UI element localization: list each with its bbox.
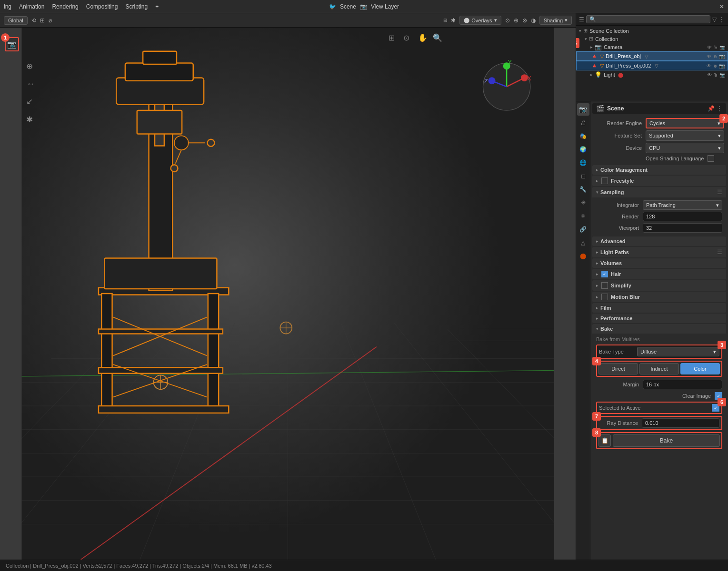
camera-item[interactable]: ▸ 📷 Camera 👁 🖱 📷 xyxy=(576,43,728,51)
viewport-global-dropdown[interactable]: Global xyxy=(4,16,28,25)
viewport-samples-field[interactable]: 32 xyxy=(643,223,722,233)
hair-section[interactable]: ▸ ✓ Hair xyxy=(592,269,726,279)
bake-type-dropdown[interactable]: Diffuse ▾ xyxy=(637,347,719,356)
viewport-overlays-btn[interactable]: ⬤ Overlays ▾ xyxy=(459,16,501,25)
drill-press-item[interactable]: 🔺 ▽ Drill_Press_obj ▽ 👁 🖱 📷 xyxy=(576,51,728,61)
collection-item[interactable]: ▾ ⊞ Collection xyxy=(576,35,728,43)
light-item[interactable]: ▸ 💡 Light ⬤ 👁 🖱 📷 xyxy=(576,70,728,79)
badge-1: 1 xyxy=(1,33,10,42)
color-management-section[interactable]: ▸ Color Management xyxy=(592,165,726,175)
menu-animation[interactable]: Animation xyxy=(19,3,44,10)
shading-label: Shading xyxy=(544,18,563,23)
view-layer-icon: 📷 xyxy=(360,3,367,10)
freestyle-section[interactable]: ▸ Freestyle xyxy=(592,176,726,186)
prop-icon-physics[interactable]: ⚛ xyxy=(577,210,589,222)
svg-text:⊙: ⊙ xyxy=(403,33,409,42)
sampling-list-icon[interactable]: ☰ xyxy=(717,189,722,196)
integrator-dropdown[interactable]: Path Tracing ▾ xyxy=(643,200,722,210)
camera-icon: 📷 xyxy=(595,44,602,50)
ray-distance-field[interactable]: 0.010 xyxy=(642,418,719,428)
render-samples-field[interactable]: 128 xyxy=(643,212,722,221)
viewport[interactable]: Global ⟲ ⊞ ⌀ ⊟ ✱ ⬤ Overlays ▾ ⊙ ⊕ ⊗ ◑ Sh… xyxy=(0,13,576,560)
viewport-icon3[interactable]: ⌀ xyxy=(49,17,52,24)
svg-point-32 xyxy=(174,136,189,150)
badge-2: 2 xyxy=(719,114,728,123)
prop-icon-render[interactable]: 📷 xyxy=(577,103,589,116)
svg-text:⊞: ⊞ xyxy=(389,33,395,42)
viewport-icon1[interactable]: ⟲ xyxy=(31,17,36,24)
svg-text:✋: ✋ xyxy=(418,33,428,42)
badge-7: 7 xyxy=(592,412,601,421)
light-paths-list-icon[interactable]: ☰ xyxy=(717,249,722,256)
menu-compositing[interactable]: Compositing xyxy=(86,3,118,10)
outliner-search[interactable]: 🔍 xyxy=(586,15,710,23)
margin-field[interactable]: 16 px xyxy=(643,380,722,389)
badge-6: 6 xyxy=(718,398,726,406)
prop-icon-constraints[interactable]: 🔗 xyxy=(577,223,589,236)
volumes-section[interactable]: ▸ Volumes xyxy=(592,258,726,268)
bake-action-button[interactable]: Bake xyxy=(613,434,720,447)
bake-header[interactable]: ▾ Bake xyxy=(592,324,726,334)
prop-icon-world[interactable]: 🌐 xyxy=(577,157,589,169)
badge-5: 5 xyxy=(576,38,579,48)
chevron-icon: ▾ xyxy=(494,17,497,23)
scene-prop-icon: 🎬 xyxy=(596,105,604,112)
device-dropdown[interactable]: CPU ▾ xyxy=(646,143,724,153)
menu-ing[interactable]: ing xyxy=(4,3,11,10)
scene-icon: 🐦 xyxy=(329,3,336,10)
badge-8: 8 xyxy=(592,428,601,437)
direct-button[interactable]: Direct xyxy=(598,363,638,374)
ray-distance-label: Ray Distance xyxy=(599,420,642,426)
volumes-label: Volumes xyxy=(600,260,622,266)
menu-plus[interactable]: + xyxy=(155,3,159,10)
light-paths-header[interactable]: ▸ Light Paths ☰ xyxy=(592,247,726,257)
render-engine-dropdown[interactable]: Cycles ▾ xyxy=(646,118,724,128)
open-shading-checkbox[interactable] xyxy=(708,155,714,162)
motion-blur-section[interactable]: ▸ Motion Blur xyxy=(592,292,726,302)
viewport-icon4[interactable]: ⊟ xyxy=(443,18,447,23)
simplify-section[interactable]: ▸ Simplify xyxy=(592,280,726,291)
advanced-section[interactable]: ▸ Advanced xyxy=(592,236,726,246)
view-layer-title: View Layer xyxy=(371,3,399,10)
menu-rendering[interactable]: Rendering xyxy=(52,3,78,10)
integrator-label: Integrator xyxy=(596,202,639,208)
film-section[interactable]: ▸ Film xyxy=(592,303,726,313)
menu-scripting[interactable]: Scripting xyxy=(125,3,148,10)
shading-btn[interactable]: Shading ▾ xyxy=(539,16,572,25)
prop-icon-output[interactable]: 🖨 xyxy=(577,117,589,129)
performance-section[interactable]: ▸ Performance xyxy=(592,314,726,323)
svg-text:X: X xyxy=(528,75,532,82)
prop-icon-modifier[interactable]: 🔧 xyxy=(577,183,589,196)
viewport-icon2[interactable]: ⊞ xyxy=(40,17,45,24)
svg-rect-28 xyxy=(125,63,193,81)
outliner-menu[interactable]: ⋮ xyxy=(718,16,725,23)
drill-icon: 🔺 xyxy=(591,53,598,59)
svg-point-47 xyxy=(521,74,528,81)
prop-icon-data[interactable]: △ xyxy=(577,236,589,249)
feature-set-dropdown[interactable]: Supported ▾ xyxy=(646,130,724,141)
viewport-icon9[interactable]: ◑ xyxy=(531,17,536,24)
sphere-icon: ⬤ xyxy=(464,17,469,23)
sampling-header[interactable]: ▾ Sampling ☰ xyxy=(592,187,726,197)
topbar-controls[interactable]: ✕ xyxy=(719,3,724,10)
prop-icon-material[interactable]: ⬤ xyxy=(577,250,589,262)
selected-to-active-label: Selected to Active xyxy=(599,405,712,411)
color-button[interactable]: Color xyxy=(680,363,720,374)
svg-point-51 xyxy=(489,77,496,84)
viewport-icon5[interactable]: ✱ xyxy=(451,17,456,24)
scene-menu-icon[interactable]: ⋮ xyxy=(717,105,722,112)
outliner-filter[interactable]: ▽ xyxy=(712,16,717,23)
prop-icon-particles[interactable]: ✳ xyxy=(577,197,589,209)
indirect-button[interactable]: Indirect xyxy=(639,363,679,374)
drill-press-002-item[interactable]: 🔺 ▽ Drill_Press_obj.002 ▽ 👁 🖱 📷 xyxy=(576,61,728,70)
viewport-icon7[interactable]: ⊕ xyxy=(514,17,519,24)
prop-icon-view[interactable]: 🎭 xyxy=(577,130,589,142)
light-arrow: ▸ xyxy=(590,72,593,77)
prop-icon-scene[interactable]: 🌍 xyxy=(577,143,589,156)
viewport-icon6[interactable]: ⊙ xyxy=(505,17,510,24)
expand-arrow: ▾ xyxy=(579,29,581,33)
scene-collection-item[interactable]: ▾ ⊞ Scene Collection xyxy=(576,27,728,35)
prop-icon-object[interactable]: ◻ xyxy=(577,170,589,182)
scene-pin-icon[interactable]: 📌 xyxy=(708,105,715,112)
viewport-icon8[interactable]: ⊗ xyxy=(522,17,527,24)
